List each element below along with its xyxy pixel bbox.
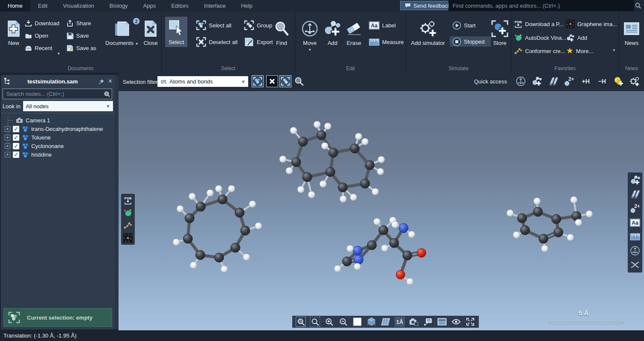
fullscreen-icon[interactable] bbox=[465, 317, 475, 327]
autodock-vina-icon[interactable] bbox=[123, 208, 133, 218]
menu-edit[interactable]: Edit bbox=[30, 0, 55, 12]
favorite-conformer-button[interactable]: Conformer cre... bbox=[514, 46, 565, 56]
select-all-icon[interactable] bbox=[252, 75, 264, 87]
measure-icon[interactable] bbox=[630, 231, 640, 242]
annotation-icon[interactable] bbox=[423, 317, 433, 327]
move-icon[interactable] bbox=[630, 246, 640, 256]
label-icon[interactable]: Aa bbox=[630, 217, 640, 228]
store-button[interactable]: Store bbox=[490, 19, 510, 46]
command-search-input[interactable] bbox=[448, 0, 634, 11]
tree-item-decahydronaphthalene[interactable]: + ✓ trans-Decahydronaphthalene bbox=[1, 125, 115, 133]
bonds-icon[interactable] bbox=[547, 75, 559, 87]
move-dropdown-caret[interactable]: ▼ bbox=[308, 48, 312, 52]
documents-button[interactable]: Documents ▼ 2 bbox=[104, 19, 139, 46]
menu-interface[interactable]: Interface bbox=[196, 0, 234, 12]
pin-icon[interactable] bbox=[98, 78, 105, 85]
menu-help[interactable]: Help bbox=[233, 0, 260, 12]
zoom-in-icon[interactable] bbox=[324, 317, 334, 327]
find-button[interactable]: Find bbox=[272, 19, 291, 46]
add-atoms-icon[interactable] bbox=[531, 75, 543, 87]
tree-item-camera[interactable]: Camera 1 bbox=[1, 116, 115, 125]
look-in-select[interactable]: All nodes ▼ bbox=[23, 101, 113, 111]
search-icon[interactable] bbox=[635, 2, 641, 9]
expand-icon[interactable]: + bbox=[5, 152, 10, 157]
expand-icon[interactable]: + bbox=[5, 126, 10, 132]
graphene-image-icon[interactable] bbox=[123, 233, 133, 243]
favorite-download-a-p-button[interactable]: PDB Download a P... bbox=[514, 19, 564, 29]
node-search-input[interactable] bbox=[3, 89, 112, 99]
panel-splitter[interactable] bbox=[115, 75, 119, 329]
close-button[interactable]: Close bbox=[141, 19, 160, 46]
visibility-checkbox[interactable]: ✓ bbox=[13, 126, 19, 132]
menu-biology[interactable]: Biology bbox=[102, 0, 136, 12]
new-button[interactable]: New bbox=[3, 19, 24, 46]
menu-visualization[interactable]: Visualization bbox=[55, 0, 102, 12]
charge-icon[interactable]: 2+ bbox=[630, 203, 640, 213]
favorites-dropdown-caret[interactable]: ▼ bbox=[612, 48, 616, 52]
recent-dropdown-caret[interactable]: ▼ bbox=[57, 52, 60, 56]
visibility-checkbox[interactable]: ✓ bbox=[13, 134, 19, 141]
share-button[interactable]: Share bbox=[66, 18, 91, 28]
visibility-eye-icon[interactable] bbox=[451, 317, 461, 327]
pdb-download-icon[interactable]: PDB bbox=[123, 196, 133, 206]
label-button[interactable]: Aa Label bbox=[369, 20, 396, 30]
select-all-button[interactable]: Select all bbox=[196, 20, 231, 30]
expand-icon[interactable]: + bbox=[5, 135, 10, 140]
background-icon[interactable] bbox=[352, 317, 362, 327]
measure-button[interactable]: Measure bbox=[369, 37, 404, 47]
group-icon[interactable] bbox=[279, 75, 291, 87]
panel-close-icon[interactable]: × bbox=[108, 78, 112, 84]
tree-item-histidine[interactable]: + ✓ histidine bbox=[1, 150, 115, 159]
visibility-checkbox[interactable]: ✓ bbox=[13, 143, 19, 149]
add-button[interactable]: Add bbox=[323, 19, 341, 46]
add-hydrogen-icon[interactable]: +H bbox=[580, 75, 592, 87]
snapshot-icon[interactable] bbox=[409, 317, 419, 327]
tree-item-cyclononane[interactable]: + ✓ Cyclononane bbox=[1, 142, 115, 150]
recent-button[interactable]: Recent bbox=[25, 43, 52, 53]
menu-apps[interactable]: Apps bbox=[136, 0, 164, 12]
erase-button[interactable]: Erase bbox=[343, 19, 365, 46]
favorite-add-button[interactable]: Add bbox=[566, 33, 587, 43]
grid-plane-icon[interactable] bbox=[380, 317, 391, 327]
molecule-toluene[interactable] bbox=[507, 196, 593, 252]
add-simulator-icon[interactable] bbox=[629, 75, 641, 87]
move-icon[interactable] bbox=[515, 75, 527, 87]
menu-editors[interactable]: Editors bbox=[163, 0, 196, 12]
save-button[interactable]: Save bbox=[66, 30, 89, 41]
molecule-trans-decahydronaphthalene[interactable] bbox=[279, 121, 385, 202]
zoom-region-icon[interactable] bbox=[296, 317, 306, 327]
find-icon[interactable] bbox=[293, 75, 305, 87]
bonds-icon[interactable] bbox=[630, 189, 640, 199]
search-icon[interactable] bbox=[104, 91, 110, 98]
menu-home[interactable]: Home bbox=[0, 0, 30, 12]
tree-item-toluene[interactable]: + ✓ Toluene bbox=[1, 133, 115, 142]
conformer-creator-icon[interactable] bbox=[123, 220, 133, 231]
send-feedback-button[interactable]: Send feedback bbox=[400, 1, 455, 10]
expand-icon[interactable]: + bbox=[5, 143, 10, 149]
deselect-all-button[interactable]: Deselect all bbox=[196, 37, 237, 47]
favorite-autodock-button[interactable]: AutoDock Vina... bbox=[514, 33, 567, 43]
zoom-out-icon[interactable] bbox=[338, 317, 348, 327]
favorite-more-button[interactable]: ★ More... bbox=[566, 46, 594, 56]
move-button[interactable]: Move ▼ bbox=[300, 19, 320, 52]
selection-filter-select[interactable]: Atoms and bonds ▼ bbox=[157, 76, 248, 87]
favorite-graphene-button[interactable]: Graphene ima... bbox=[566, 19, 617, 29]
molecule-cyclononane[interactable] bbox=[173, 185, 262, 273]
group-button[interactable]: Group bbox=[244, 20, 272, 30]
remove-hydrogen-icon[interactable]: −H bbox=[596, 75, 608, 87]
add-simulator-button[interactable]: Add simulator bbox=[410, 19, 446, 46]
zoom-selection-icon[interactable] bbox=[310, 317, 320, 327]
export-button[interactable]: Export bbox=[244, 37, 273, 47]
hydrogens-icon[interactable] bbox=[612, 75, 624, 87]
select-button[interactable]: Select bbox=[165, 17, 187, 47]
stopped-button[interactable]: Stopped bbox=[450, 36, 491, 47]
unit-cell-icon[interactable]: 1Å bbox=[395, 317, 405, 327]
save-as-button[interactable]: Save as bbox=[66, 43, 96, 53]
deselect-all-icon[interactable] bbox=[266, 75, 278, 87]
visibility-checkbox[interactable]: ✓ bbox=[13, 151, 19, 158]
download-button[interactable]: Download bbox=[25, 18, 59, 28]
viewport-canvas[interactable]: PDB 2+ Aa 1 bbox=[119, 91, 644, 330]
start-button[interactable]: Start bbox=[452, 20, 475, 30]
orientation-cube-icon[interactable] bbox=[366, 317, 377, 327]
twister-icon[interactable] bbox=[630, 260, 640, 270]
